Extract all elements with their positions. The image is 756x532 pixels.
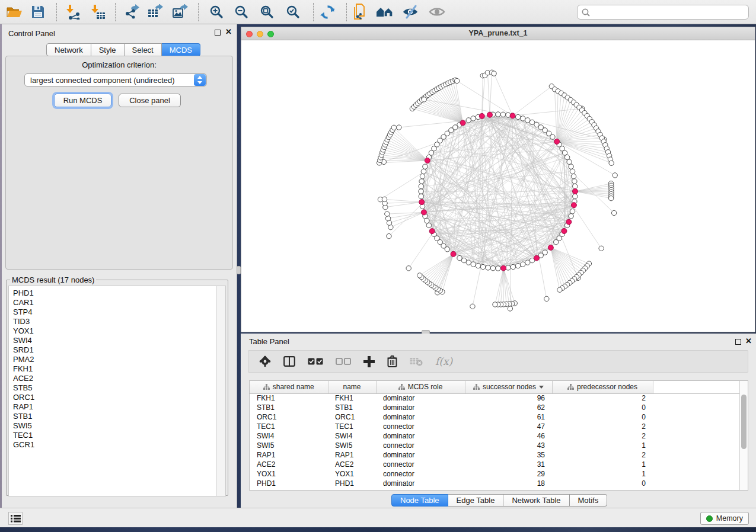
show-all-networks-icon[interactable] bbox=[375, 2, 396, 22]
search-field[interactable] bbox=[577, 5, 749, 20]
list-item[interactable]: TEC1 bbox=[13, 431, 225, 440]
list-item[interactable]: STB1 bbox=[13, 412, 225, 421]
float-panel-icon[interactable] bbox=[735, 339, 741, 345]
tab-node-table[interactable]: Node Table bbox=[391, 494, 448, 507]
col-predecessor-nodes[interactable]: predecessor nodes bbox=[552, 381, 653, 393]
float-panel-icon[interactable] bbox=[215, 30, 221, 36]
scrollbar[interactable] bbox=[216, 286, 225, 496]
apply-function-icon[interactable]: f(x) bbox=[435, 355, 452, 367]
tab-style[interactable]: Style bbox=[91, 43, 125, 56]
export-network-icon[interactable] bbox=[122, 2, 143, 22]
table-row[interactable]: PHD1 PHD1 dominator 18 0 bbox=[250, 479, 740, 488]
list-item[interactable]: ORC1 bbox=[13, 393, 225, 402]
list-item[interactable]: PHD1 bbox=[13, 289, 225, 298]
list-item[interactable]: TID3 bbox=[13, 317, 225, 326]
list-item[interactable]: STB5 bbox=[13, 383, 225, 393]
tab-motifs[interactable]: Motifs bbox=[570, 494, 608, 507]
import-table-icon[interactable] bbox=[88, 2, 109, 22]
main-toolbar bbox=[0, 0, 756, 24]
table-body: FKH1 FKH1 dominator 96 2 STB1 STB1 domin… bbox=[250, 393, 740, 488]
tab-network-table[interactable]: Network Table bbox=[503, 494, 569, 507]
table-panel: Table Panel ✕ f(x) bbox=[241, 334, 756, 508]
col-name[interactable]: name bbox=[328, 381, 376, 393]
col-shared-name[interactable]: shared name bbox=[250, 381, 328, 393]
close-panel-icon[interactable]: ✕ bbox=[225, 27, 232, 36]
close-panel-button[interactable]: Close panel bbox=[119, 94, 181, 107]
table-row[interactable]: RAP1 RAP1 dominator 35 2 bbox=[250, 450, 740, 460]
table-row[interactable]: STB1 STB1 dominator 62 0 bbox=[250, 403, 740, 412]
toolbar-separator bbox=[313, 3, 314, 21]
list-item[interactable]: STP4 bbox=[13, 307, 225, 317]
import-network-icon[interactable] bbox=[63, 2, 84, 22]
show-selected-icon[interactable] bbox=[426, 2, 448, 22]
list-item[interactable]: PMA2 bbox=[13, 355, 225, 364]
task-history-button[interactable] bbox=[8, 512, 23, 525]
mcds-result-list[interactable]: PHD1CAR1STP4TID3YOX1SWI4SRD1PMA2FKH1ACE2… bbox=[8, 286, 226, 496]
memory-button[interactable]: Memory bbox=[700, 512, 749, 525]
refresh-layout-icon[interactable] bbox=[317, 2, 338, 22]
table-row[interactable]: TEC1 TEC1 connector 47 2 bbox=[250, 422, 740, 431]
tab-network[interactable]: Network bbox=[46, 43, 91, 56]
delete-table-icon[interactable] bbox=[410, 357, 423, 366]
open-file-icon[interactable] bbox=[4, 2, 25, 22]
table-row[interactable]: FKH1 FKH1 dominator 96 2 bbox=[250, 393, 740, 403]
list-item[interactable]: SWI4 bbox=[13, 336, 225, 345]
list-item[interactable]: FKH1 bbox=[13, 364, 225, 374]
hide-selected-icon[interactable] bbox=[400, 2, 421, 22]
select-all-icon[interactable] bbox=[308, 358, 323, 366]
export-image-icon[interactable] bbox=[170, 2, 192, 22]
col-successor-nodes[interactable]: successor nodes bbox=[465, 381, 552, 393]
close-panel-icon[interactable]: ✕ bbox=[745, 336, 752, 345]
network-graph[interactable] bbox=[241, 40, 755, 332]
status-bar: Memory bbox=[0, 508, 756, 527]
dropdown-stepper-icon bbox=[194, 74, 206, 86]
toolbar-separator bbox=[115, 3, 116, 21]
column-view-icon[interactable] bbox=[283, 356, 295, 367]
zoom-in-icon[interactable] bbox=[206, 2, 227, 22]
criterion-dropdown[interactable]: largest connected component (undirected) bbox=[24, 73, 207, 86]
network-window-titlebar[interactable]: YPA_prune.txt_1 bbox=[241, 27, 755, 40]
save-session-icon[interactable] bbox=[27, 2, 49, 22]
table-row[interactable]: ACE2 ACE2 connector 31 1 bbox=[250, 460, 740, 469]
network-canvas[interactable] bbox=[241, 40, 755, 332]
col-mcds-role[interactable]: MCDS role bbox=[376, 381, 465, 393]
table-options-icon[interactable] bbox=[259, 355, 271, 367]
node-table-grid: shared name name MCDS role successor nod… bbox=[250, 381, 740, 488]
table-row[interactable]: YOX1 YOX1 connector 29 1 bbox=[250, 469, 740, 479]
table-row[interactable]: SWI5 SWI5 connector 43 1 bbox=[250, 441, 740, 450]
deselect-all-icon[interactable] bbox=[336, 358, 351, 366]
mcds-result-title: MCDS result (17 nodes) bbox=[10, 275, 96, 284]
list-item[interactable]: ACE2 bbox=[13, 374, 225, 383]
sort-desc-icon bbox=[539, 386, 544, 389]
zoom-out-icon[interactable] bbox=[231, 2, 252, 22]
zoom-selected-icon[interactable] bbox=[282, 2, 304, 22]
list-item[interactable]: GCR1 bbox=[13, 440, 225, 450]
mcds-result-group: MCDS result (17 nodes) PHD1CAR1STP4TID3Y… bbox=[6, 275, 228, 496]
scrollbar[interactable] bbox=[739, 381, 748, 490]
list-item[interactable]: RAP1 bbox=[13, 402, 225, 412]
table-row[interactable]: ORC1 ORC1 dominator 61 0 bbox=[250, 412, 740, 422]
scrollbar-thumb[interactable] bbox=[741, 395, 747, 449]
table-row[interactable]: SWI4 SWI4 dominator 46 2 bbox=[250, 431, 740, 441]
memory-label: Memory bbox=[716, 514, 743, 523]
vertical-splitter-handle[interactable] bbox=[237, 266, 241, 274]
search-input[interactable] bbox=[593, 8, 748, 17]
zoom-fit-icon[interactable] bbox=[256, 2, 277, 22]
network-window-title: YPA_prune.txt_1 bbox=[241, 29, 755, 37]
list-item[interactable]: SWI5 bbox=[13, 421, 225, 431]
list-item[interactable]: CAR1 bbox=[13, 298, 225, 307]
toolbar-separator bbox=[56, 3, 57, 21]
export-table-icon[interactable] bbox=[145, 2, 167, 22]
header-filler bbox=[653, 381, 740, 393]
tab-mcds[interactable]: MCDS bbox=[162, 43, 200, 56]
tab-select[interactable]: Select bbox=[125, 43, 162, 56]
delete-column-icon[interactable] bbox=[387, 355, 397, 367]
tab-edge-table[interactable]: Edge Table bbox=[448, 494, 504, 507]
list-item[interactable]: YOX1 bbox=[13, 326, 225, 336]
control-panel-title: Control Panel bbox=[8, 29, 55, 38]
add-column-icon[interactable] bbox=[363, 356, 375, 367]
optimization-criterion-label: Optimization criterion: bbox=[2, 60, 237, 69]
clone-network-icon[interactable] bbox=[349, 2, 370, 22]
run-mcds-button[interactable]: Run MCDS bbox=[54, 94, 111, 107]
list-item[interactable]: SRD1 bbox=[13, 345, 225, 355]
